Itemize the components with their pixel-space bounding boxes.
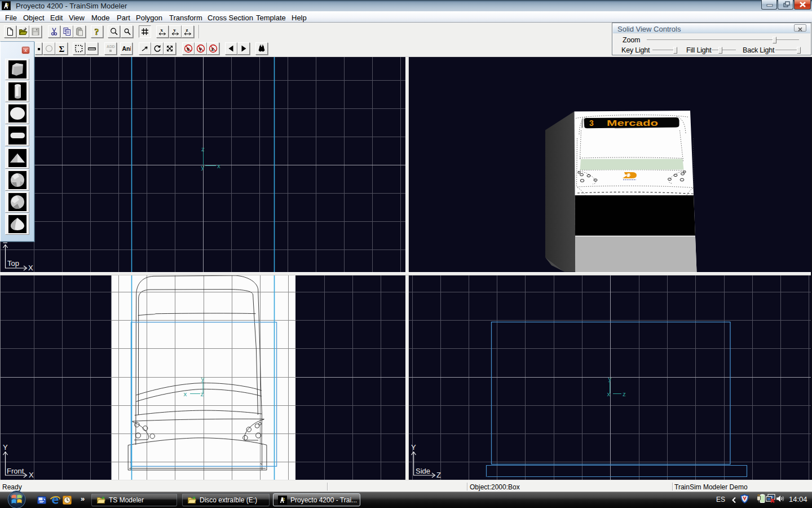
svg-text:Σ: Σ (59, 45, 64, 54)
svg-text:3: 3 (589, 119, 594, 128)
svg-text:Ani: Ani (122, 45, 131, 52)
svg-text:Z: Z (436, 471, 441, 479)
svg-text:Y: Y (411, 443, 416, 452)
svg-text:x: x (217, 163, 220, 169)
svg-text:x: x (184, 391, 187, 397)
svg-text:y: y (201, 375, 205, 382)
svg-text:y: y (608, 375, 612, 382)
svg-text:ADD: ADD (107, 45, 115, 49)
svg-text:Side: Side (416, 467, 430, 475)
svg-text:x: x (161, 27, 164, 33)
svg-text:Top: Top (7, 259, 19, 268)
svg-text:Y: Y (3, 443, 8, 452)
svg-text:y: y (201, 164, 205, 170)
svg-text:z: z (186, 27, 188, 33)
svg-text:X: X (28, 264, 33, 272)
svg-text:X: X (29, 471, 34, 479)
svg-text:z: z (623, 391, 626, 397)
svg-text:z: z (201, 391, 204, 397)
svg-text:x: x (607, 391, 611, 397)
svg-text:z: z (201, 146, 205, 152)
svg-text:Mercado: Mercado (607, 119, 658, 128)
svg-text:y: y (173, 27, 176, 33)
svg-text:?: ? (95, 27, 99, 36)
svg-text:Front: Front (7, 467, 24, 475)
